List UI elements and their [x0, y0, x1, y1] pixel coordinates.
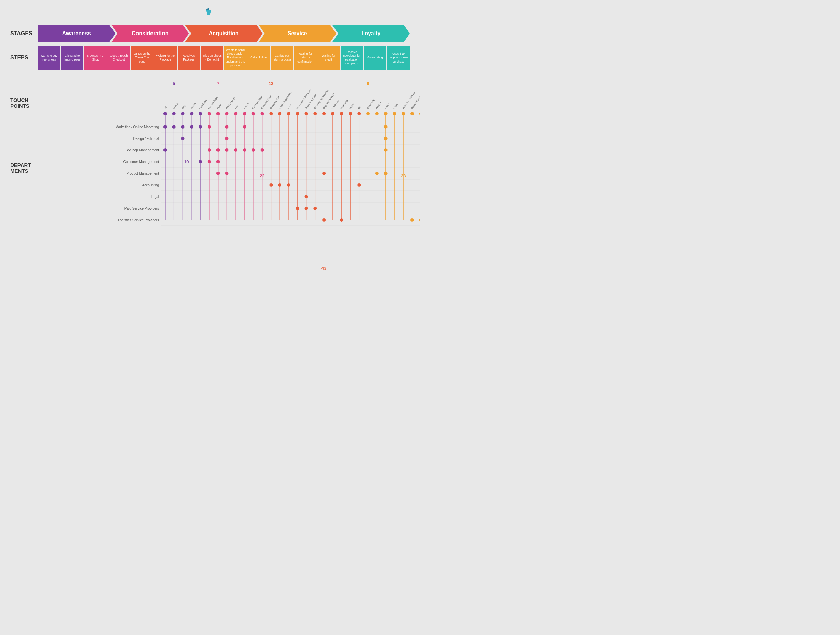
svg-point-67: [322, 112, 325, 115]
svg-text:Product: Product: [375, 102, 382, 110]
svg-point-164: [269, 183, 273, 187]
svg-point-167: [357, 183, 361, 187]
svg-point-139: [181, 137, 184, 140]
chart-area: Ade-ShopBlogBannerNewsletterLanding Page…: [85, 73, 410, 273]
svg-point-52: [278, 112, 281, 115]
svg-point-49: [269, 112, 273, 115]
svg-point-82: [366, 112, 370, 115]
svg-text:FAQs: FAQs: [393, 103, 399, 110]
svg-text:App: App: [234, 105, 239, 110]
svg-text:Paid Service Providers: Paid Service Providers: [296, 88, 312, 109]
svg-point-159: [216, 172, 220, 175]
svg-point-133: [243, 125, 246, 129]
svg-text:Accounting: Accounting: [142, 183, 159, 187]
svg-point-25: [199, 112, 202, 115]
svg-point-146: [216, 148, 220, 152]
svg-text:Ordering Confirmation: Ordering Confirmation: [313, 89, 329, 110]
svg-point-156: [199, 160, 202, 164]
svg-text:e-Shop: e-Shop: [243, 102, 249, 110]
step-box-4: Lands on the Thank You page: [131, 46, 153, 70]
svg-text:Marketing / Online Marketing: Marketing / Online Marketing: [115, 125, 159, 129]
svg-point-43: [252, 112, 255, 115]
svg-point-76: [349, 112, 352, 115]
svg-point-22: [190, 112, 193, 115]
svg-point-34: [225, 112, 229, 115]
svg-text:Banner: Banner: [190, 102, 196, 110]
svg-marker-0: [206, 9, 212, 15]
main-chart-svg: Ade-ShopBlogBannerNewsletterLanding Page…: [85, 73, 420, 271]
svg-text:5: 5: [173, 81, 175, 86]
stages-arrows: AwarenessConsiderationAcquisitionService…: [38, 25, 410, 43]
step-box-15: Uses $19 coupon for new purchase: [387, 46, 410, 70]
step-box-6: Receives Package: [177, 46, 200, 70]
step-box-3: Goes through Checkout: [107, 46, 130, 70]
svg-point-91: [393, 112, 396, 115]
step-box-11: Waiting for returns confirmation: [294, 46, 316, 70]
logo-icon: [203, 7, 214, 18]
svg-point-175: [411, 218, 414, 222]
stage-arrow-loyalty: Loyalty: [332, 25, 410, 43]
svg-text:Newsletter: Newsletter: [199, 99, 207, 110]
svg-point-171: [305, 206, 308, 210]
svg-text:Design / Editorial: Design / Editorial: [133, 137, 159, 140]
svg-text:9: 9: [366, 81, 369, 86]
svg-point-58: [296, 112, 299, 115]
svg-point-162: [375, 172, 379, 175]
svg-text:23: 23: [401, 173, 406, 178]
svg-point-148: [234, 148, 237, 152]
svg-text:e-Shop: e-Shop: [384, 102, 391, 110]
svg-point-151: [261, 148, 264, 152]
svg-point-160: [225, 172, 229, 175]
page: STAGES AwarenessConsiderationAcquisition…: [0, 0, 420, 280]
svg-text:Logistics Service Providers: Logistics Service Providers: [118, 218, 159, 222]
stage-arrow-service: Service: [259, 25, 336, 43]
svg-point-79: [357, 112, 361, 115]
svg-point-158: [216, 160, 220, 164]
svg-point-61: [305, 112, 308, 115]
step-box-2: Browses in e-Shop: [84, 46, 107, 70]
stage-arrow-consideration: Consideration: [111, 25, 189, 43]
steps-container: Wants to buy new shoesClicks ad to landi…: [38, 46, 410, 70]
svg-point-46: [261, 112, 264, 115]
step-box-13: Receive newsletter for evaluation campai…: [341, 46, 363, 70]
step-box-10: Carries out return process: [270, 46, 293, 70]
svg-point-150: [252, 148, 255, 152]
svg-point-126: [164, 125, 167, 129]
svg-point-73: [340, 112, 343, 115]
step-box-7: Tries on shoes - Do not fit: [201, 46, 223, 70]
svg-point-140: [225, 137, 229, 140]
svg-text:Bill: Bill: [357, 106, 361, 110]
steps-row: STEPS Wants to buy new shoesClicks ad to…: [10, 46, 410, 70]
svg-text:Driver note: Driver note: [366, 98, 375, 109]
svg-point-31: [216, 112, 220, 115]
step-box-9: Calls Hotline: [247, 46, 270, 70]
svg-text:Blog: Blog: [181, 104, 186, 110]
svg-text:Customer Management: Customer Management: [123, 160, 159, 164]
svg-point-28: [208, 112, 211, 115]
departments-label: DEPARTMENTS: [10, 162, 31, 174]
step-box-0: Wants to buy new shoes: [38, 46, 60, 70]
svg-point-163: [384, 172, 387, 175]
svg-point-85: [375, 112, 379, 115]
svg-point-149: [243, 148, 246, 152]
svg-point-40: [243, 112, 246, 115]
steps-label: STEPS: [10, 46, 38, 70]
step-box-8: Wants to send shoes back - But does not …: [224, 46, 246, 70]
logo-area: [203, 7, 217, 18]
svg-text:e-Shop Management: e-Shop Management: [127, 148, 159, 152]
step-box-1: Clicks ad to landing page: [61, 46, 84, 70]
header: [10, 7, 410, 19]
svg-point-127: [172, 125, 176, 129]
svg-point-130: [199, 125, 202, 129]
svg-text:e-Shop: e-Shop: [172, 102, 179, 110]
svg-text:22: 22: [260, 173, 264, 178]
svg-point-165: [278, 183, 281, 187]
svg-text:10: 10: [184, 159, 189, 164]
svg-point-100: [419, 112, 420, 115]
svg-text:Paid Service Providers: Paid Service Providers: [125, 206, 159, 210]
svg-text:Product Management: Product Management: [126, 172, 159, 175]
svg-point-170: [296, 206, 299, 210]
svg-point-88: [384, 112, 387, 115]
svg-point-161: [322, 172, 325, 175]
svg-text:Inserts: Inserts: [349, 102, 355, 110]
